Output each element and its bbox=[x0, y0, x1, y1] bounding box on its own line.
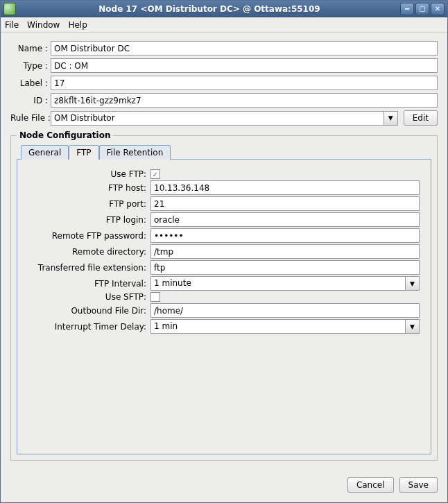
use-ftp-checkbox[interactable]: ✓ bbox=[150, 169, 160, 179]
cancel-button[interactable]: Cancel bbox=[347, 477, 394, 493]
name-label: Name : bbox=[10, 44, 51, 53]
row-use-ftp: Use FTP: ✓ bbox=[28, 169, 420, 179]
row-name: Name : bbox=[10, 41, 438, 56]
type-label: Type : bbox=[10, 61, 51, 71]
name-input[interactable] bbox=[51, 41, 438, 56]
maximize-icon: ▢ bbox=[419, 5, 425, 12]
file-ext-input[interactable] bbox=[150, 260, 420, 275]
titlebar: Node 17 <OM Distributor DC> @ Ottawa:551… bbox=[1, 1, 447, 17]
interrupt-delay-label: Interrupt Timer Delay: bbox=[28, 322, 150, 332]
edit-button[interactable]: Edit bbox=[404, 110, 438, 126]
outbound-dir-input[interactable] bbox=[150, 303, 420, 318]
save-button[interactable]: Save bbox=[399, 477, 438, 493]
dialog-footer: Cancel Save bbox=[1, 470, 447, 502]
check-icon: ✓ bbox=[153, 171, 158, 178]
label-label: Label : bbox=[10, 78, 51, 88]
id-label: ID : bbox=[10, 96, 51, 105]
ftp-password-input[interactable] bbox=[150, 228, 420, 243]
tab-general[interactable]: General bbox=[21, 145, 69, 160]
ftp-port-label: FTP port: bbox=[28, 199, 150, 209]
node-config-fieldset: Node Configuration General FTP File Rete… bbox=[10, 135, 438, 461]
row-rulefile: Rule File : OM Distributor ▼ Edit bbox=[10, 110, 438, 126]
row-remote-dir: Remote directory: bbox=[28, 244, 420, 259]
ftp-interval-value: 1 minute bbox=[151, 277, 405, 290]
row-ftp-password: Remote FTP password: bbox=[28, 228, 420, 243]
row-outbound-dir: Outbound File Dir: bbox=[28, 303, 420, 318]
content-area: Name : Type : Label : ID : Rule File : O… bbox=[1, 33, 447, 470]
menu-file[interactable]: File bbox=[5, 20, 19, 30]
outbound-dir-label: Outbound File Dir: bbox=[28, 306, 150, 316]
label-input[interactable] bbox=[51, 76, 438, 90]
ftp-port-input[interactable] bbox=[150, 196, 420, 211]
row-ftp-host: FTP host: bbox=[28, 180, 420, 195]
interrupt-delay-dropdown[interactable]: 1 min ▼ bbox=[150, 319, 420, 334]
ftp-host-input[interactable] bbox=[150, 180, 420, 195]
rulefile-dropdown[interactable]: OM Distributor ▼ bbox=[51, 111, 398, 126]
row-ftp-port: FTP port: bbox=[28, 196, 420, 211]
row-type: Type : bbox=[10, 58, 438, 73]
ftp-login-input[interactable] bbox=[150, 212, 420, 227]
use-ftp-label: Use FTP: bbox=[28, 169, 150, 179]
ftp-login-label: FTP login: bbox=[28, 215, 150, 225]
rulefile-value: OM Distributor bbox=[51, 112, 384, 125]
id-input[interactable] bbox=[51, 93, 438, 108]
fieldset-legend: Node Configuration bbox=[17, 130, 113, 140]
menu-window[interactable]: Window bbox=[27, 20, 60, 30]
ftp-password-label: Remote FTP password: bbox=[28, 231, 150, 241]
tabpanel-ftp: Use FTP: ✓ FTP host: FTP port: FTP login… bbox=[17, 159, 431, 454]
close-icon: ✕ bbox=[435, 5, 440, 12]
window-frame: Node 17 <OM Distributor DC> @ Ottawa:551… bbox=[0, 0, 448, 503]
row-ftp-login: FTP login: bbox=[28, 212, 420, 227]
close-button[interactable]: ✕ bbox=[431, 3, 445, 15]
row-id: ID : bbox=[10, 93, 438, 108]
menubar: File Window Help bbox=[1, 17, 447, 33]
chevron-down-icon: ▼ bbox=[405, 320, 419, 333]
ftp-interval-label: FTP Interval: bbox=[28, 279, 150, 289]
rulefile-label: Rule File : bbox=[10, 113, 51, 123]
row-ftp-interval: FTP Interval: 1 minute ▼ bbox=[28, 276, 420, 291]
tabs: General FTP File Retention bbox=[21, 144, 431, 159]
maximize-button[interactable]: ▢ bbox=[415, 3, 429, 15]
window-title: Node 17 <OM Distributor DC> @ Ottawa:551… bbox=[20, 4, 399, 14]
tab-ftp[interactable]: FTP bbox=[69, 145, 98, 160]
file-ext-label: Transferred file extension: bbox=[28, 263, 150, 273]
minimize-icon: ━ bbox=[405, 5, 409, 12]
tab-file-retention[interactable]: File Retention bbox=[99, 145, 171, 160]
use-sftp-checkbox[interactable] bbox=[150, 292, 160, 302]
minimize-button[interactable]: ━ bbox=[400, 3, 414, 15]
row-label: Label : bbox=[10, 76, 438, 90]
remote-dir-label: Remote directory: bbox=[28, 247, 150, 257]
remote-dir-input[interactable] bbox=[150, 244, 420, 259]
interrupt-delay-value: 1 min bbox=[151, 320, 405, 333]
app-icon bbox=[3, 3, 16, 15]
row-file-ext: Transferred file extension: bbox=[28, 260, 420, 275]
use-sftp-label: Use SFTP: bbox=[28, 292, 150, 302]
type-input[interactable] bbox=[51, 58, 438, 73]
ftp-host-label: FTP host: bbox=[28, 183, 150, 193]
row-interrupt-delay: Interrupt Timer Delay: 1 min ▼ bbox=[28, 319, 420, 334]
chevron-down-icon: ▼ bbox=[405, 277, 419, 290]
chevron-down-icon: ▼ bbox=[384, 112, 397, 125]
row-use-sftp: Use SFTP: bbox=[28, 292, 420, 302]
menu-help[interactable]: Help bbox=[68, 20, 87, 30]
ftp-interval-dropdown[interactable]: 1 minute ▼ bbox=[150, 276, 420, 291]
